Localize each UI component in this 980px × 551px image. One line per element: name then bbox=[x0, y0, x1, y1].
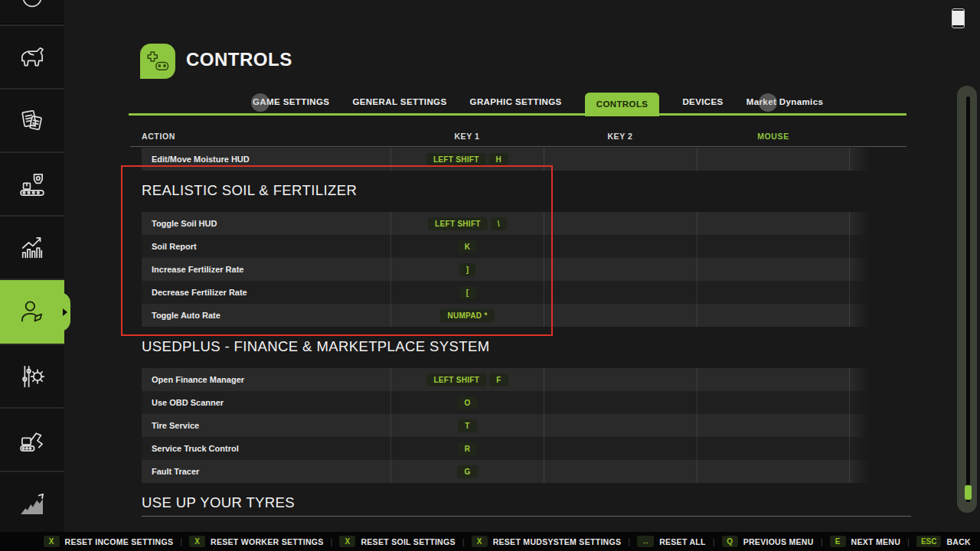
hint-key-badge: ESC bbox=[916, 536, 942, 547]
binding-cell-mouse[interactable] bbox=[697, 368, 850, 391]
binding-cell-mouse[interactable] bbox=[697, 212, 850, 235]
section-title: USEDPLUS - FINANCE & MARKETPLACE SYSTEM bbox=[142, 337, 850, 357]
table-header: ACTION KEY 1 KEY 2 MOUSE bbox=[142, 132, 850, 141]
hint-key-badge: Q bbox=[722, 536, 738, 547]
hint-key-badge: X bbox=[44, 536, 60, 547]
production-line-icon bbox=[16, 168, 48, 201]
action-label: Open Finance Manager bbox=[142, 368, 390, 391]
hint-divider: | bbox=[821, 537, 823, 546]
binding-cell-mouse[interactable] bbox=[697, 437, 850, 460]
binding-cell-mouse[interactable] bbox=[697, 391, 850, 414]
table-header-divider bbox=[130, 146, 906, 147]
binding-cell-key2[interactable] bbox=[544, 437, 697, 460]
hint-divider: | bbox=[462, 537, 465, 546]
key-badge: H bbox=[489, 153, 509, 166]
hint-key-badge: X bbox=[339, 536, 355, 547]
hint-reset-soil-settings[interactable]: XRESET SOIL SETTINGS bbox=[339, 536, 455, 547]
table-row[interactable]: Fault TracerG bbox=[142, 460, 850, 483]
gamepad-icon bbox=[144, 47, 172, 75]
tab-devices[interactable]: DEVICES bbox=[682, 97, 723, 106]
binding-cell-key2[interactable] bbox=[544, 281, 697, 304]
hint-label: BACK bbox=[946, 537, 971, 546]
tab-scroll-left-hint bbox=[251, 93, 270, 112]
hint-previous-menu[interactable]: QPREVIOUS MENU bbox=[722, 536, 814, 547]
sidebar-item-prices[interactable] bbox=[0, 471, 64, 534]
binding-cell-mouse[interactable] bbox=[697, 235, 850, 258]
excavator-icon bbox=[16, 424, 48, 456]
hint-back[interactable]: ESCBACK bbox=[916, 536, 971, 547]
hint-reset-income-settings[interactable]: XRESET INCOME SETTINGS bbox=[44, 536, 174, 547]
key-badge: LEFT SHIFT bbox=[426, 153, 486, 166]
hint-next-menu[interactable]: ENEXT MENU bbox=[830, 536, 901, 547]
binding-cell-key1[interactable]: LEFT SHIFTF bbox=[390, 368, 544, 391]
binding-cell-key2[interactable] bbox=[544, 148, 697, 171]
phone-icon bbox=[952, 8, 965, 28]
bottom-hint-bar: XRESET INCOME SETTINGS|XRESET WORKER SET… bbox=[0, 532, 980, 551]
action-label: Use OBD Scanner bbox=[142, 391, 390, 414]
key-badge: R bbox=[458, 442, 478, 455]
binding-cell-key2[interactable] bbox=[544, 235, 697, 258]
sidebar-item-animals[interactable] bbox=[0, 24, 64, 88]
tab-general-settings[interactable]: GENERAL SETTINGS bbox=[352, 97, 446, 106]
active-item-arrow-icon bbox=[63, 308, 67, 316]
bar-chart-icon bbox=[16, 232, 48, 264]
tab-graphic-settings[interactable]: GRAPHIC SETTINGS bbox=[470, 97, 562, 106]
sidebar-item-finances[interactable] bbox=[0, 0, 64, 23]
action-label: Tire Service bbox=[142, 414, 390, 437]
table-row[interactable]: Tire ServiceT bbox=[142, 414, 850, 437]
tab-scroll-right-hint bbox=[759, 93, 777, 112]
hint-reset-worker-settings[interactable]: XRESET WORKER SETTINGS bbox=[189, 536, 323, 547]
controls-app-icon bbox=[140, 44, 175, 79]
hint-label: PREVIOUS MENU bbox=[743, 537, 814, 546]
hint-reset-mudsystem-settings[interactable]: XRESET MUDSYSTEM SETTINGS bbox=[472, 536, 622, 547]
binding-cell-key2[interactable] bbox=[544, 258, 697, 281]
hint-divider: | bbox=[331, 537, 333, 546]
key-badge: G bbox=[457, 465, 477, 478]
table-row[interactable]: Open Finance ManagerLEFT SHIFTF bbox=[142, 368, 850, 391]
binding-cell-key1[interactable]: G bbox=[390, 460, 544, 483]
hint-key-badge: X bbox=[472, 536, 488, 547]
worker-edit-icon bbox=[16, 296, 48, 328]
binding-cell-key2[interactable] bbox=[544, 391, 697, 414]
sidebar-item-workers[interactable] bbox=[0, 279, 64, 344]
scrollbar-thumb[interactable] bbox=[965, 485, 972, 500]
binding-cell-key1[interactable]: R bbox=[390, 437, 544, 460]
sidebar-item-contracts[interactable] bbox=[0, 88, 64, 152]
hint-label: NEXT MENU bbox=[851, 537, 901, 546]
binding-cell-mouse[interactable] bbox=[697, 414, 850, 437]
tab-market-dynamics[interactable]: Market Dynamics bbox=[746, 97, 824, 106]
binding-cell-mouse[interactable] bbox=[697, 304, 850, 327]
tab-underline bbox=[129, 113, 906, 116]
binding-cell-key1[interactable]: O bbox=[390, 391, 544, 414]
sidebar-item-construction[interactable] bbox=[0, 407, 64, 471]
hint-key-badge: E bbox=[830, 536, 846, 547]
table-row[interactable]: Service Truck ControlR bbox=[142, 437, 850, 460]
hint-label: RESET SOIL SETTINGS bbox=[361, 537, 455, 546]
binding-cell-key2[interactable] bbox=[544, 414, 697, 437]
sidebar-item-settings[interactable] bbox=[0, 344, 64, 407]
sidebar-item-production[interactable] bbox=[0, 152, 64, 215]
hint-label: RESET INCOME SETTINGS bbox=[65, 537, 174, 546]
binding-cell-mouse[interactable] bbox=[697, 148, 850, 171]
settings-tab-bar: GAME SETTINGS GENERAL SETTINGS GRAPHIC S… bbox=[64, 89, 906, 115]
binding-cell-key2[interactable] bbox=[544, 368, 697, 391]
binding-cell-mouse[interactable] bbox=[697, 258, 850, 281]
binding-cell-mouse[interactable] bbox=[697, 281, 850, 304]
sidebar bbox=[0, 0, 64, 533]
binding-cell-key2[interactable] bbox=[544, 304, 697, 327]
hint-key-badge: ↔ bbox=[637, 536, 654, 547]
clock-icon bbox=[17, 0, 47, 23]
binding-cell-key2[interactable] bbox=[544, 212, 697, 235]
key-badge: T bbox=[458, 419, 476, 432]
sidebar-item-statistics[interactable] bbox=[0, 215, 64, 279]
table-row[interactable]: Use OBD ScannerO bbox=[142, 391, 850, 414]
documents-icon bbox=[16, 105, 48, 137]
binding-cell-key2[interactable] bbox=[544, 460, 697, 483]
key-badge: O bbox=[457, 396, 477, 409]
binding-cell-mouse[interactable] bbox=[697, 460, 850, 483]
hint-divider: | bbox=[907, 537, 910, 546]
hint-reset-all[interactable]: ↔RESET ALL bbox=[637, 536, 706, 547]
action-label: Fault Tracer bbox=[142, 460, 390, 483]
hint-key-badge: X bbox=[189, 536, 205, 547]
binding-cell-key1[interactable]: T bbox=[390, 414, 544, 437]
